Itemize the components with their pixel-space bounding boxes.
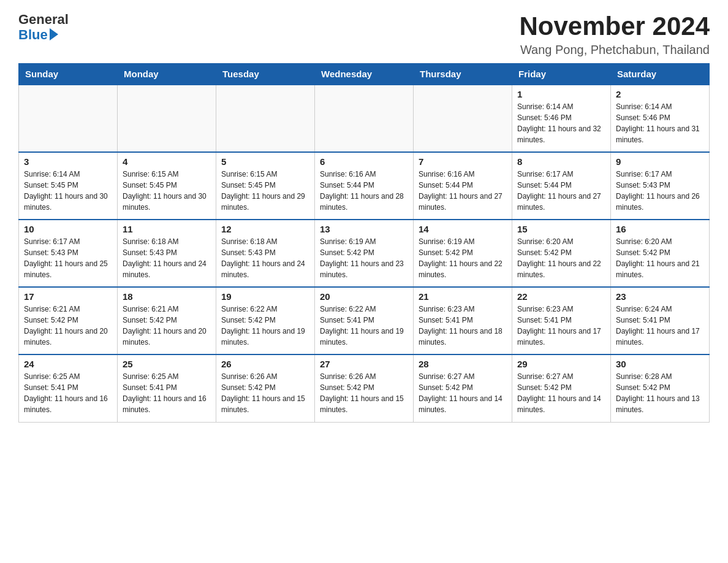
calendar-cell: 24Sunrise: 6:25 AM Sunset: 5:41 PM Dayli… [19,354,118,422]
calendar-cell: 20Sunrise: 6:22 AM Sunset: 5:41 PM Dayli… [315,287,414,354]
calendar-cell: 1Sunrise: 6:14 AM Sunset: 5:46 PM Daylig… [512,85,611,152]
logo-blue-text: Blue [18,27,58,43]
day-of-week-header: Tuesday [216,64,315,85]
day-info: Sunrise: 6:27 AM Sunset: 5:42 PM Dayligh… [517,371,605,415]
calendar-week-row: 10Sunrise: 6:17 AM Sunset: 5:43 PM Dayli… [19,220,710,287]
day-of-week-header: Monday [118,64,216,85]
day-info: Sunrise: 6:22 AM Sunset: 5:41 PM Dayligh… [320,304,408,348]
calendar-cell: 23Sunrise: 6:24 AM Sunset: 5:41 PM Dayli… [611,287,710,354]
calendar-cell [118,85,216,152]
calendar-cell [414,85,512,152]
day-number: 14 [419,224,507,234]
day-info: Sunrise: 6:14 AM Sunset: 5:46 PM Dayligh… [517,101,605,145]
calendar-cell: 8Sunrise: 6:17 AM Sunset: 5:44 PM Daylig… [512,152,611,220]
calendar-week-row: 3Sunrise: 6:14 AM Sunset: 5:45 PM Daylig… [19,152,710,220]
calendar-cell: 22Sunrise: 6:23 AM Sunset: 5:41 PM Dayli… [512,287,611,354]
day-number: 4 [123,156,211,167]
day-number: 3 [24,156,112,167]
calendar-table: SundayMondayTuesdayWednesdayThursdayFrid… [18,63,710,423]
day-of-week-header: Thursday [414,64,512,85]
day-info: Sunrise: 6:25 AM Sunset: 5:41 PM Dayligh… [24,371,112,415]
calendar-cell: 7Sunrise: 6:16 AM Sunset: 5:44 PM Daylig… [414,152,512,220]
day-info: Sunrise: 6:15 AM Sunset: 5:45 PM Dayligh… [221,169,309,213]
calendar-cell: 12Sunrise: 6:18 AM Sunset: 5:43 PM Dayli… [216,220,315,287]
day-number: 12 [221,224,309,234]
logo: General Blue [18,12,69,43]
day-number: 19 [221,291,309,302]
calendar-cell: 10Sunrise: 6:17 AM Sunset: 5:43 PM Dayli… [19,220,118,287]
day-info: Sunrise: 6:17 AM Sunset: 5:43 PM Dayligh… [616,169,704,213]
day-info: Sunrise: 6:27 AM Sunset: 5:42 PM Dayligh… [419,371,507,415]
day-number: 30 [616,359,704,369]
calendar-cell: 26Sunrise: 6:26 AM Sunset: 5:42 PM Dayli… [216,354,315,422]
calendar-cell: 29Sunrise: 6:27 AM Sunset: 5:42 PM Dayli… [512,354,611,422]
calendar-cell: 19Sunrise: 6:22 AM Sunset: 5:42 PM Dayli… [216,287,315,354]
day-number: 15 [517,224,605,234]
calendar-cell [216,85,315,152]
day-info: Sunrise: 6:14 AM Sunset: 5:46 PM Dayligh… [616,101,704,145]
day-info: Sunrise: 6:18 AM Sunset: 5:43 PM Dayligh… [123,236,211,280]
day-number: 6 [320,156,408,167]
day-info: Sunrise: 6:25 AM Sunset: 5:41 PM Dayligh… [123,371,211,415]
month-title: November 2024 [519,12,710,40]
calendar-cell: 25Sunrise: 6:25 AM Sunset: 5:41 PM Dayli… [118,354,216,422]
day-number: 1 [517,89,605,99]
day-number: 21 [419,291,507,302]
day-number: 9 [616,156,704,167]
day-number: 29 [517,359,605,369]
day-info: Sunrise: 6:16 AM Sunset: 5:44 PM Dayligh… [419,169,507,213]
day-number: 27 [320,359,408,369]
day-number: 7 [419,156,507,167]
day-of-week-header: Sunday [19,64,118,85]
day-number: 17 [24,291,112,302]
day-info: Sunrise: 6:16 AM Sunset: 5:44 PM Dayligh… [320,169,408,213]
day-info: Sunrise: 6:19 AM Sunset: 5:42 PM Dayligh… [320,236,408,280]
calendar-cell: 9Sunrise: 6:17 AM Sunset: 5:43 PM Daylig… [611,152,710,220]
calendar-header-row: SundayMondayTuesdayWednesdayThursdayFrid… [19,64,710,85]
day-of-week-header: Wednesday [315,64,414,85]
day-info: Sunrise: 6:17 AM Sunset: 5:44 PM Dayligh… [517,169,605,213]
day-number: 28 [419,359,507,369]
day-number: 2 [616,89,704,99]
day-info: Sunrise: 6:20 AM Sunset: 5:42 PM Dayligh… [616,236,704,280]
calendar-week-row: 1Sunrise: 6:14 AM Sunset: 5:46 PM Daylig… [19,85,710,152]
day-number: 13 [320,224,408,234]
day-info: Sunrise: 6:24 AM Sunset: 5:41 PM Dayligh… [616,304,704,348]
day-number: 24 [24,359,112,369]
calendar-week-row: 24Sunrise: 6:25 AM Sunset: 5:41 PM Dayli… [19,354,710,422]
logo-arrow-icon [50,28,58,40]
day-of-week-header: Saturday [611,64,710,85]
day-info: Sunrise: 6:20 AM Sunset: 5:42 PM Dayligh… [517,236,605,280]
day-info: Sunrise: 6:22 AM Sunset: 5:42 PM Dayligh… [221,304,309,348]
day-number: 26 [221,359,309,369]
page-header: General Blue November 2024 Wang Pong, Ph… [18,12,710,57]
day-number: 18 [123,291,211,302]
calendar-cell: 2Sunrise: 6:14 AM Sunset: 5:46 PM Daylig… [611,85,710,152]
calendar-cell: 28Sunrise: 6:27 AM Sunset: 5:42 PM Dayli… [414,354,512,422]
calendar-cell: 13Sunrise: 6:19 AM Sunset: 5:42 PM Dayli… [315,220,414,287]
day-number: 22 [517,291,605,302]
day-info: Sunrise: 6:21 AM Sunset: 5:42 PM Dayligh… [123,304,211,348]
day-number: 5 [221,156,309,167]
day-info: Sunrise: 6:17 AM Sunset: 5:43 PM Dayligh… [24,236,112,280]
day-number: 8 [517,156,605,167]
day-info: Sunrise: 6:18 AM Sunset: 5:43 PM Dayligh… [221,236,309,280]
calendar-cell: 15Sunrise: 6:20 AM Sunset: 5:42 PM Dayli… [512,220,611,287]
calendar-cell [315,85,414,152]
calendar-cell: 30Sunrise: 6:28 AM Sunset: 5:42 PM Dayli… [611,354,710,422]
calendar-cell [19,85,118,152]
calendar-cell: 4Sunrise: 6:15 AM Sunset: 5:45 PM Daylig… [118,152,216,220]
day-info: Sunrise: 6:23 AM Sunset: 5:41 PM Dayligh… [419,304,507,348]
calendar-cell: 6Sunrise: 6:16 AM Sunset: 5:44 PM Daylig… [315,152,414,220]
calendar-cell: 27Sunrise: 6:26 AM Sunset: 5:42 PM Dayli… [315,354,414,422]
calendar-cell: 11Sunrise: 6:18 AM Sunset: 5:43 PM Dayli… [118,220,216,287]
calendar-cell: 18Sunrise: 6:21 AM Sunset: 5:42 PM Dayli… [118,287,216,354]
day-number: 10 [24,224,112,234]
day-info: Sunrise: 6:19 AM Sunset: 5:42 PM Dayligh… [419,236,507,280]
day-info: Sunrise: 6:26 AM Sunset: 5:42 PM Dayligh… [320,371,408,415]
day-number: 20 [320,291,408,302]
title-area: November 2024 Wang Pong, Phetchabun, Tha… [519,12,710,57]
calendar-cell: 5Sunrise: 6:15 AM Sunset: 5:45 PM Daylig… [216,152,315,220]
calendar-cell: 14Sunrise: 6:19 AM Sunset: 5:42 PM Dayli… [414,220,512,287]
day-number: 23 [616,291,704,302]
